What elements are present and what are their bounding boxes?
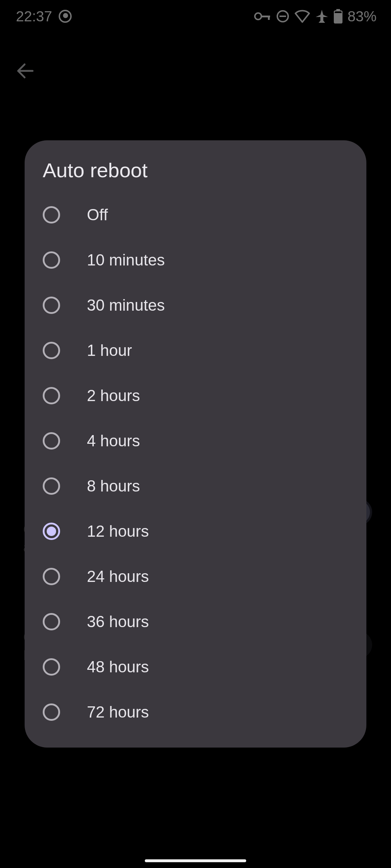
radio-icon: [43, 342, 60, 359]
radio-icon: [43, 523, 60, 540]
radio-icon: [43, 297, 60, 314]
option-label: 8 hours: [87, 477, 140, 495]
option-off[interactable]: Off: [25, 192, 366, 237]
option-4-hours[interactable]: 4 hours: [25, 418, 366, 463]
option-1-hour[interactable]: 1 hour: [25, 328, 366, 373]
option-label: 4 hours: [87, 432, 140, 450]
auto-reboot-dialog: Auto reboot Off10 minutes30 minutes1 hou…: [25, 140, 366, 748]
option-label: 48 hours: [87, 658, 149, 676]
radio-icon: [43, 703, 60, 721]
radio-icon: [43, 387, 60, 404]
radio-icon: [43, 206, 60, 224]
option-label: 1 hour: [87, 341, 132, 359]
radio-icon: [43, 251, 60, 269]
radio-icon: [43, 568, 60, 585]
radio-icon: [43, 432, 60, 450]
option-72-hours[interactable]: 72 hours: [25, 689, 366, 735]
option-12-hours[interactable]: 12 hours: [25, 509, 366, 554]
option-label: 10 minutes: [87, 251, 165, 269]
option-36-hours[interactable]: 36 hours: [25, 599, 366, 644]
option-24-hours[interactable]: 24 hours: [25, 554, 366, 599]
radio-icon: [43, 613, 60, 630]
option-2-hours[interactable]: 2 hours: [25, 373, 366, 418]
dialog-title: Auto reboot: [25, 158, 366, 192]
radio-icon: [43, 477, 60, 495]
option-label: 30 minutes: [87, 296, 165, 314]
option-30-minutes[interactable]: 30 minutes: [25, 282, 366, 328]
radio-icon: [43, 658, 60, 676]
option-8-hours[interactable]: 8 hours: [25, 463, 366, 509]
option-label: 2 hours: [87, 387, 140, 405]
option-label: Off: [87, 206, 108, 224]
option-label: 12 hours: [87, 522, 149, 540]
dialog-options-list: Off10 minutes30 minutes1 hour2 hours4 ho…: [25, 192, 366, 735]
option-label: 24 hours: [87, 567, 149, 586]
option-label: 72 hours: [87, 703, 149, 721]
home-indicator[interactable]: [145, 859, 246, 862]
option-10-minutes[interactable]: 10 minutes: [25, 237, 366, 282]
option-label: 36 hours: [87, 613, 149, 631]
option-48-hours[interactable]: 48 hours: [25, 644, 366, 689]
